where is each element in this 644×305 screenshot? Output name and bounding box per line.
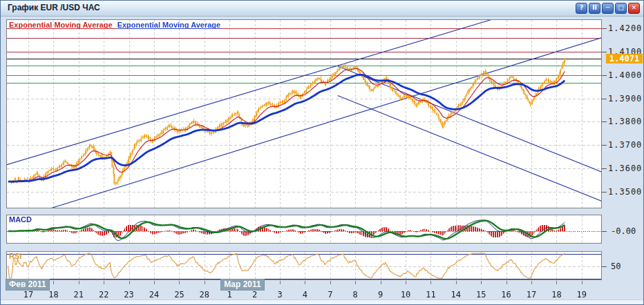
price-axis-tick: [602, 145, 607, 146]
time-axis-tick: [305, 281, 305, 284]
price-axis-label: 1.3500: [608, 187, 642, 197]
window-bottom-edge: [1, 299, 643, 304]
help-button[interactable]: ?: [576, 3, 587, 14]
time-axis-label: 28: [195, 290, 214, 299]
minimize-button[interactable]: ─: [602, 3, 614, 14]
time-axis-tick: [53, 281, 54, 284]
rsi-panel: RSI: [6, 251, 602, 280]
rsi-canvas[interactable]: [7, 252, 601, 279]
rsi-axis-label: 50: [611, 262, 621, 271]
window-controls: ?II─□✕: [576, 3, 640, 14]
time-axis-label: 10: [396, 290, 415, 299]
time-axis-label: 21: [69, 290, 88, 299]
time-axis-label: 3: [270, 290, 290, 299]
time-axis-label: 25: [169, 290, 189, 299]
price-axis-label: 1.4000: [608, 70, 642, 80]
time-axis-label: 24: [144, 290, 164, 299]
time-axis-tick: [506, 281, 507, 284]
time-axis-label: 17: [19, 290, 38, 299]
price-axis-label: 1.4200: [608, 23, 642, 33]
price-axis-tick: [602, 121, 607, 122]
time-axis-tick: [330, 281, 331, 284]
price-axis-tick: [602, 28, 607, 29]
time-axis-label: 1: [220, 290, 239, 299]
price-axis-label: 1.3900: [608, 94, 642, 104]
price-axis-label: 1.3700: [608, 140, 642, 150]
macd-axis-label: -0.00: [611, 226, 636, 236]
price-axis-tick: [602, 192, 607, 193]
time-axis-label: 14: [446, 290, 466, 299]
price-chart-panel: Exponential Moving Average Exponential M…: [6, 19, 602, 208]
time-axis-label: 18: [547, 290, 566, 299]
time-axis-tick: [280, 281, 281, 284]
time-axis-tick: [79, 281, 79, 284]
time-axis-label: 8: [345, 290, 365, 299]
time-axis-tick: [355, 281, 356, 284]
chart-window: График EUR /USD ЧАС ?II─□✕ Exponential M…: [0, 0, 644, 305]
time-axis-tick: [179, 281, 180, 284]
time-axis-tick: [154, 281, 155, 284]
price-axis-tick: [602, 168, 607, 169]
indicator-axis-tick: [602, 266, 607, 267]
time-axis-tick: [381, 281, 381, 284]
time-axis-label: 4: [295, 290, 314, 299]
time-axis-label: 17: [522, 290, 541, 299]
time-axis-label: 22: [94, 290, 113, 299]
maximize-button[interactable]: □: [615, 3, 627, 14]
month-badge: Фев 2011: [6, 279, 49, 290]
price-axis-label: 1.3800: [608, 117, 642, 126]
indicator-axis-tick: [602, 231, 607, 232]
time-axis-tick: [456, 281, 457, 284]
window-title: График EUR /USD ЧАС: [8, 3, 100, 12]
time-axis-tick: [531, 281, 532, 284]
price-axis-tick: [602, 52, 607, 52]
time-axis-tick: [556, 281, 557, 284]
time-axis-tick: [430, 281, 431, 284]
close-button[interactable]: ✕: [628, 3, 640, 14]
pause-button[interactable]: II: [589, 3, 600, 14]
price-axis-label: 1.3600: [608, 164, 642, 173]
price-axis-tick: [602, 75, 607, 76]
ema-slow-legend[interactable]: Exponential Moving Average: [117, 21, 221, 29]
titlebar[interactable]: График EUR /USD ЧАС ?II─□✕: [1, 1, 643, 17]
current-price-badge: 1.4071: [606, 54, 643, 63]
ema-fast-legend[interactable]: Exponential Moving Average: [9, 21, 113, 29]
macd-panel: MACD: [6, 215, 602, 244]
rsi-label: RSI: [9, 252, 21, 260]
time-axis-label: 23: [120, 290, 139, 299]
time-axis-tick: [104, 281, 104, 284]
time-axis-label: 9: [371, 290, 390, 299]
price-axis-tick: [602, 99, 607, 99]
time-axis-tick: [205, 281, 205, 284]
time-axis-label: 7: [321, 290, 340, 299]
time-axis-label: 19: [572, 290, 591, 299]
time-axis-tick: [582, 281, 583, 284]
time-axis-label: 16: [497, 290, 516, 299]
price-chart-canvas[interactable]: [7, 20, 601, 208]
time-axis-tick: [481, 281, 482, 284]
time-axis-label: 15: [471, 290, 491, 299]
time-axis-label: 11: [421, 290, 440, 299]
macd-canvas[interactable]: [7, 215, 601, 243]
time-axis-tick: [129, 281, 130, 284]
time-axis-label: 18: [44, 290, 63, 299]
time-axis-label: 2: [245, 290, 265, 299]
month-badge: Мар 2011: [221, 279, 264, 290]
time-axis-tick: [406, 281, 406, 284]
macd-label: MACD: [9, 215, 32, 224]
ema-legend: Exponential Moving Average Exponential M…: [9, 21, 223, 29]
